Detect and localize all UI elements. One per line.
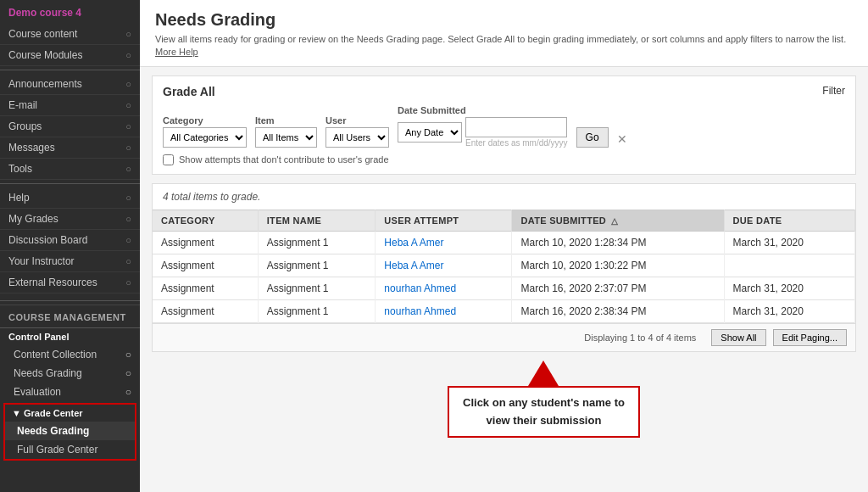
sidebar-item-groups[interactable]: Groups ○	[0, 116, 140, 137]
user-filter: User All Users	[326, 115, 389, 148]
sidebar-item-external-resources[interactable]: External Resources ○	[0, 272, 140, 294]
date-label: Date Submitted	[398, 105, 568, 115]
sidebar-item-tools[interactable]: Tools ○	[0, 159, 140, 180]
date-input[interactable]	[465, 117, 567, 137]
user-attempt-link[interactable]: Heba A Amer	[384, 237, 443, 249]
sidebar-item-label: Needs Grading	[14, 367, 82, 379]
page-header: Needs Grading View all items ready for g…	[140, 0, 868, 67]
item-label: Item	[255, 115, 317, 126]
sidebar-item-label: Groups	[8, 120, 42, 132]
sidebar-item-label: Full Grade Center	[17, 444, 97, 456]
edit-paging-button[interactable]: Edit Paging...	[773, 329, 847, 346]
cell-user-attempt[interactable]: Heba A Amer	[376, 254, 512, 277]
sidebar-item-label: Tools	[8, 163, 32, 175]
arrow-up-icon	[528, 361, 559, 386]
user-attempt-link[interactable]: Heba A Amer	[384, 260, 443, 271]
go-button[interactable]: Go	[576, 127, 609, 148]
cell-user-attempt[interactable]: Heba A Amer	[376, 231, 512, 254]
user-label: User	[326, 115, 389, 126]
show-attempts-checkbox[interactable]	[163, 154, 174, 165]
sidebar-item-messages[interactable]: Messages ○	[0, 137, 140, 159]
sidebar-item-your-instructor[interactable]: Your Instructor ○	[0, 251, 140, 272]
sidebar-item-label: Your Instructor	[8, 255, 75, 267]
sidebar-item-course-tools[interactable]: Needs Grading ○	[0, 364, 140, 383]
sidebar-item-email[interactable]: E-mail ○	[0, 95, 140, 116]
chevron-right-icon: ○	[125, 193, 131, 203]
chevron-right-icon: ○	[125, 164, 131, 174]
main-content: Needs Grading View all items ready for g…	[140, 0, 868, 492]
cell-user-attempt[interactable]: nourhan Ahmed	[376, 277, 512, 299]
sidebar-item-label: Course content	[8, 28, 77, 40]
chevron-right-icon: ○	[125, 235, 131, 245]
cell-category: Assignment	[153, 231, 258, 254]
table-section: 4 total items to grade. CATEGORY ITEM NA…	[152, 183, 856, 352]
sidebar-item-label: Help	[8, 192, 30, 204]
show-attempts-label: Show attempts that don't contribute to u…	[179, 154, 389, 165]
cell-item-name: Assignment 1	[258, 299, 376, 322]
sidebar-item-announcements[interactable]: Announcements ○	[0, 74, 140, 95]
cell-item-name: Assignment 1	[258, 277, 376, 299]
sidebar-item-label: Announcements	[8, 78, 82, 90]
chevron-right-icon: ○	[125, 386, 131, 398]
col-category: CATEGORY	[153, 210, 258, 231]
user-attempt-link[interactable]: nourhan Ahmed	[384, 305, 456, 317]
sidebar-item-label: E-mail	[8, 99, 37, 111]
displaying-text: Displaying 1 to 4 of 4 items	[584, 333, 696, 343]
grading-table: CATEGORY ITEM NAME USER ATTEMPT DATE SUB…	[153, 210, 855, 323]
page-description: View all items ready for grading or revi…	[155, 33, 853, 59]
sidebar-item-help[interactable]: Help ○	[0, 187, 140, 209]
grade-center-title[interactable]: ▼ Grade Center	[5, 405, 135, 422]
cell-user-attempt[interactable]: nourhan Ahmed	[376, 299, 512, 322]
user-attempt-link[interactable]: nourhan Ahmed	[384, 282, 456, 294]
sidebar-item-course-content[interactable]: Course content ○	[0, 24, 140, 45]
table-row: Assignment Assignment 1 Heba A Amer Marc…	[153, 254, 855, 277]
col-user-attempt: USER ATTEMPT	[376, 210, 512, 231]
table-count: 4 total items to grade.	[153, 184, 855, 210]
table-footer: Displaying 1 to 4 of 4 items Show All Ed…	[153, 323, 855, 351]
sidebar-item-label: Discussion Board	[8, 234, 87, 246]
more-help-link[interactable]: More Help	[155, 47, 198, 57]
page-title: Needs Grading	[155, 10, 853, 30]
sidebar-item-full-grade-center[interactable]: Full Grade Center	[5, 440, 135, 459]
filter-link[interactable]: Filter	[822, 85, 845, 98]
table-row: Assignment Assignment 1 nourhan Ahmed Ma…	[153, 277, 855, 299]
course-management-label: Course Management	[0, 305, 140, 326]
sidebar-item-evaluation[interactable]: Evaluation ○	[0, 383, 140, 401]
course-title[interactable]: Demo course 4	[0, 0, 140, 24]
cell-due-date	[724, 254, 854, 277]
grade-all-header: Grade All Filter	[163, 85, 845, 98]
category-filter: Category All Categories	[163, 115, 247, 148]
cell-category: Assignment	[153, 277, 258, 299]
sidebar-item-label: Course Modules	[8, 49, 82, 61]
sidebar-item-label: Content Collection	[14, 349, 97, 361]
show-all-button[interactable]: Show All	[711, 329, 765, 346]
chevron-right-icon: ○	[125, 277, 131, 288]
sidebar-item-label: Messages	[8, 142, 55, 154]
chevron-right-icon: ○	[125, 214, 131, 224]
date-select[interactable]: Any Date	[398, 122, 462, 143]
sidebar-item-course-modules[interactable]: Course Modules ○	[0, 45, 140, 66]
sidebar-item-label: Needs Grading	[17, 425, 89, 437]
sidebar-item-label: My Grades	[8, 213, 58, 225]
table-row: Assignment Assignment 1 Heba A Amer Marc…	[153, 231, 855, 254]
chevron-right-icon: ○	[125, 79, 131, 89]
chevron-right-icon: ○	[125, 143, 131, 153]
item-select[interactable]: All Items	[255, 127, 317, 148]
chevron-right-icon: ○	[125, 349, 131, 361]
col-item-name: ITEM NAME	[258, 210, 376, 231]
category-select[interactable]: All Categories	[163, 127, 247, 148]
sidebar-item-needs-grading[interactable]: Needs Grading	[5, 422, 135, 440]
sidebar-item-discussion-board[interactable]: Discussion Board ○	[0, 230, 140, 251]
clear-button[interactable]: ✕	[617, 132, 627, 148]
annotation: Click on any student's name to view thei…	[448, 361, 640, 439]
chevron-right-icon: ○	[125, 29, 131, 39]
cell-item-name: Assignment 1	[258, 254, 376, 277]
date-placeholder: Enter dates as mm/dd/yyyy	[465, 138, 568, 148]
user-select[interactable]: All Users	[326, 127, 389, 148]
checkbox-row: Show attempts that don't contribute to u…	[163, 154, 845, 165]
col-date-submitted[interactable]: DATE SUBMITTED △	[512, 210, 724, 231]
sidebar-item-my-grades[interactable]: My Grades ○	[0, 209, 140, 230]
cell-date-submitted: March 16, 2020 2:38:34 PM	[512, 299, 724, 322]
sidebar: Demo course 4 Course content ○ Course Mo…	[0, 0, 140, 492]
sidebar-item-content-collection[interactable]: Content Collection ○	[0, 345, 140, 364]
